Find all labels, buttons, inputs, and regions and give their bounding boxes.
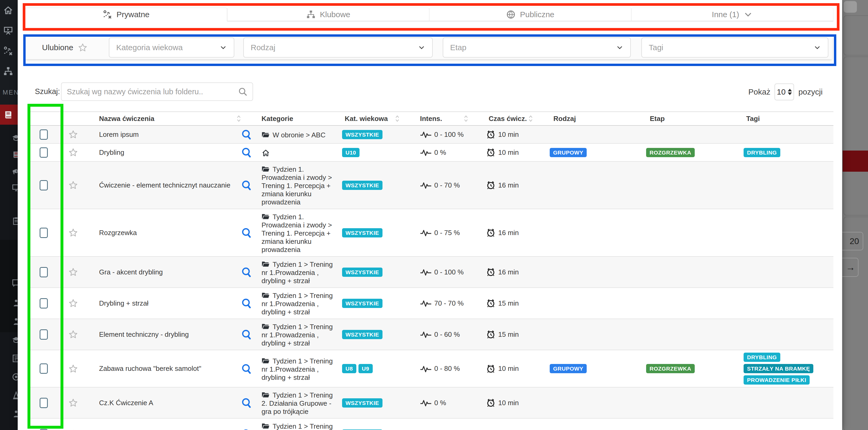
row-checkbox[interactable] (40, 147, 48, 158)
intensity-cell: 0 % (415, 419, 484, 430)
star-icon[interactable] (68, 330, 78, 339)
zoom-icon[interactable] (242, 429, 251, 430)
sidebar-item[interactable]: Ć (0, 41, 18, 61)
spinner-arrows-icon[interactable] (788, 89, 792, 95)
sort-icon[interactable] (395, 115, 399, 122)
zoom-icon[interactable] (242, 228, 251, 238)
row-checkbox[interactable] (40, 228, 48, 238)
ball-icon[interactable] (11, 372, 18, 381)
star-icon[interactable] (68, 299, 78, 308)
preview-cell (237, 350, 256, 387)
intensity-value: 0 - 75 % (434, 229, 460, 237)
star-icon[interactable] (68, 130, 78, 139)
badge-wszystkie: WSZYSTKIE (342, 181, 382, 190)
search-input[interactable] (62, 87, 238, 96)
zoom-icon[interactable] (242, 180, 251, 190)
type-cell (548, 288, 645, 318)
badge-drybling: DRYBLING (744, 148, 780, 157)
zoom-icon[interactable] (242, 267, 251, 277)
sort-icon[interactable] (529, 115, 533, 122)
column-header-kat-wiekowa[interactable]: Kat. wiekowa (339, 112, 415, 125)
star-icon[interactable] (68, 398, 78, 407)
cone-icon[interactable] (11, 391, 18, 400)
favorites-filter[interactable]: Ulubione (42, 36, 87, 59)
graduation-cap-icon[interactable] (11, 133, 18, 142)
filter-dropdown-tagi[interactable]: Tagi (641, 37, 828, 58)
book-icon[interactable] (11, 150, 18, 159)
zoom-icon[interactable] (242, 129, 251, 140)
person-icon[interactable] (11, 409, 18, 419)
stage-cell (645, 257, 741, 287)
tab-publiczne[interactable]: Publiczne (429, 8, 631, 21)
zoom-icon[interactable] (242, 364, 251, 374)
checkbox-cell (29, 209, 65, 256)
person-icon[interactable] (11, 317, 18, 326)
category-path: Tydzien 1 > Trening nr 1.Prowadzenia , d… (261, 260, 333, 285)
star-icon[interactable] (68, 148, 78, 157)
sort-icon[interactable] (237, 115, 241, 122)
sidebar-item[interactable]: T (0, 20, 18, 41)
type-cell (548, 162, 645, 209)
page-size-input[interactable]: 10 (774, 84, 794, 100)
exercise-name: Element techniczny - drybling (99, 331, 189, 339)
filter-dropdown-etap[interactable]: Etap (443, 37, 631, 58)
zoom-icon[interactable] (242, 329, 251, 339)
age-category-cell: WSZYSTKIE (339, 388, 415, 418)
column-header-czas-ćwicz-[interactable]: Czas ćwicz. (484, 112, 548, 125)
column-header-label: Tagi (746, 115, 760, 123)
column-header-nazwa-ćwiczenia[interactable]: Nazwa ćwiczenia (94, 112, 256, 125)
row-checkbox[interactable] (40, 129, 48, 140)
favorite-cell (65, 288, 94, 318)
row-checkbox[interactable] (40, 298, 48, 308)
category-path: Tydzien 1 > Trening nr 1.Prowadzenia , d… (261, 291, 333, 316)
star-icon[interactable] (68, 267, 78, 277)
star-icon[interactable] (68, 364, 78, 373)
preview-cell (237, 319, 256, 350)
duration-value: 16 min (498, 181, 519, 189)
column-header-intens-[interactable]: Intens. (415, 112, 484, 125)
row-checkbox[interactable] (40, 267, 48, 277)
person-icon[interactable] (11, 299, 18, 307)
intensity-cell: 0 % (415, 388, 484, 418)
megaphone-icon[interactable] (11, 167, 18, 176)
favorite-cell (65, 126, 94, 143)
monitor-icon[interactable] (11, 183, 18, 192)
exercise-name: Cz.K Ćwiczenie A (99, 399, 153, 407)
search-icon[interactable] (238, 87, 247, 96)
tab-inne-1-[interactable]: Inne (1) (631, 8, 833, 21)
zoom-icon[interactable] (242, 298, 251, 308)
type-cell (548, 319, 645, 350)
sort-icon[interactable] (464, 115, 468, 122)
graduation-cap-icon[interactable] (11, 335, 18, 344)
presentation-icon (3, 26, 13, 36)
globe-icon (506, 10, 516, 19)
zoom-icon[interactable] (242, 147, 251, 157)
row-checkbox[interactable] (40, 363, 48, 374)
zoom-icon[interactable] (242, 398, 251, 408)
sidebar-item[interactable]: D (0, 61, 18, 81)
intensity-cell: 0 - 75 % (415, 209, 484, 256)
row-checkbox[interactable] (40, 429, 48, 430)
star-icon[interactable] (68, 228, 78, 238)
exercise-name-cell: Element techniczny - drybling (94, 319, 237, 350)
sidebar-item[interactable]: S (0, 0, 18, 20)
board-icon[interactable] (11, 279, 18, 288)
sidebar-item-active[interactable]: D (0, 104, 18, 125)
row-checkbox[interactable] (40, 329, 48, 340)
clipboard-icon[interactable] (11, 217, 18, 225)
exercise-name: Gra - akcent drybling (99, 268, 163, 276)
list-icon[interactable] (11, 354, 18, 363)
filter-dropdown-kategoria-wiekowa[interactable]: Kategoria wiekowa (109, 37, 234, 58)
table-row: Element techniczny - dryblingTydzien 1 >… (29, 319, 833, 350)
tab-klubowe[interactable]: Klubowe (227, 8, 429, 21)
star-icon[interactable] (68, 180, 78, 190)
category-cell: Tydzien 1 > Trening nr 1.Prowadzenia , d… (256, 288, 339, 318)
badge-wszystkie: WSZYSTKIE (342, 130, 382, 139)
star-icon[interactable] (78, 43, 87, 52)
row-checkbox[interactable] (40, 180, 48, 190)
tab-prywatne[interactable]: Prywatne (25, 8, 227, 21)
tags-cell (741, 319, 833, 350)
filter-dropdown-rodzaj[interactable]: Rodzaj (243, 37, 433, 58)
row-checkbox[interactable] (40, 398, 48, 408)
exercise-name-cell: Ćwiczenie - element technicznyt nauczani… (94, 162, 237, 209)
